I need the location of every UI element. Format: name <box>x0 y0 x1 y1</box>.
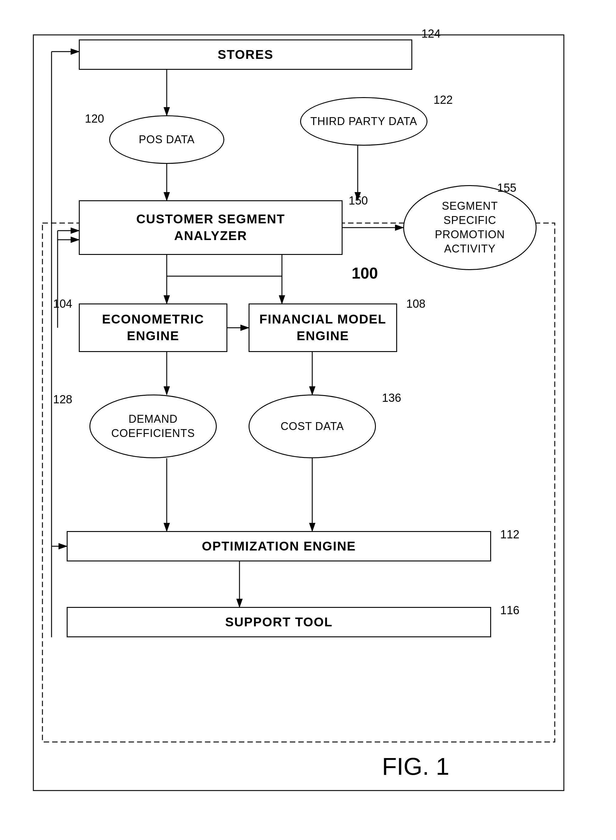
econometric-engine-box: ECONOMETRIC ENGINE <box>79 303 227 352</box>
ref-116: 116 <box>500 604 519 617</box>
optimization-engine-box: OPTIMIZATION ENGINE <box>67 531 491 561</box>
financial-label: FINANCIAL MODEL ENGINE <box>260 311 387 344</box>
demand-coeff-label: DEMAND COEFFICIENTS <box>111 412 195 441</box>
fig-label: FIG. 1 <box>382 753 449 781</box>
segment-specific-ellipse: SEGMENT SPECIFIC PROMOTION ACTIVITY <box>403 185 537 270</box>
ref-150: 150 <box>349 194 368 207</box>
ref-108: 108 <box>406 297 425 310</box>
stores-box: STORES <box>79 40 412 70</box>
segment-specific-label: SEGMENT SPECIFIC PROMOTION ACTIVITY <box>435 199 505 256</box>
pos-data-label: POS DATA <box>139 133 195 146</box>
financial-model-engine-box: FINANCIAL MODEL ENGINE <box>249 303 397 352</box>
stores-label: STORES <box>218 47 273 62</box>
third-party-data-ellipse: THIRD PARTY DATA <box>300 97 427 146</box>
ref-136: 136 <box>382 391 401 405</box>
ref-104: 104 <box>53 297 72 310</box>
third-party-data-label: THIRD PARTY DATA <box>311 115 417 128</box>
support-tool-box: SUPPORT TOOL <box>67 607 491 637</box>
support-tool-label: SUPPORT TOOL <box>225 615 333 630</box>
demand-coefficients-ellipse: DEMAND COEFFICIENTS <box>89 394 217 458</box>
pos-data-ellipse: POS DATA <box>109 115 224 164</box>
ref-155: 155 <box>497 181 516 194</box>
svg-rect-6 <box>43 223 555 742</box>
ref-100: 100 <box>352 264 378 282</box>
customer-segment-analyzer-box: CUSTOMER SEGMENT ANALYZER <box>79 200 343 255</box>
ref-122: 122 <box>434 93 453 106</box>
optimization-label: OPTIMIZATION ENGINE <box>202 539 356 553</box>
cost-data-ellipse: COST DATA <box>249 394 376 458</box>
csa-label: CUSTOMER SEGMENT ANALYZER <box>136 211 285 244</box>
ref-112: 112 <box>500 528 519 541</box>
econometric-label: ECONOMETRIC ENGINE <box>102 311 204 344</box>
ref-124: 124 <box>421 27 440 40</box>
cost-data-label: COST DATA <box>280 420 344 433</box>
ref-120: 120 <box>85 112 104 125</box>
ref-128: 128 <box>53 393 72 406</box>
